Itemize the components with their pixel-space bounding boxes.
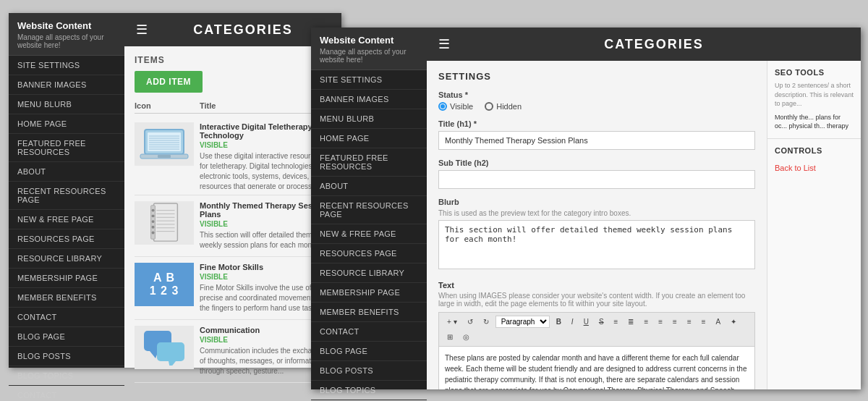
editor-strike-btn[interactable]: S <box>595 316 608 328</box>
sidebar-item-library[interactable]: RESOURCE LIBRARY <box>9 249 124 269</box>
row-icon-abc: A B 1 2 3 <box>135 263 194 306</box>
seo-section: SEO TOOLS Up to 2 sentences/ a short des… <box>767 61 861 139</box>
editor-underline-btn[interactable]: U <box>580 316 592 328</box>
title-group: Title (h1) * <box>438 119 755 150</box>
sidebar-item-site-settings[interactable]: SITE SETTINGS <box>9 56 124 75</box>
hamburger-icon[interactable]: ☰ <box>136 22 148 38</box>
table-row[interactable]: Interactive Digital Teletherapy Technolo… <box>135 117 331 195</box>
sidebar-item-resources[interactable]: RESOURCES PAGE <box>9 229 124 249</box>
p2-sidebar-new-free[interactable]: NEW & FREE PAGE <box>311 224 427 244</box>
radio-hidden[interactable]: Hidden <box>485 102 522 111</box>
p2-sidebar-membership[interactable]: MEMBERSHIP PAGE <box>311 283 427 303</box>
sidebar-item-blog-topics[interactable]: BLOG TOPICS <box>9 366 124 386</box>
svg-marker-28 <box>169 361 176 366</box>
editor-format-select[interactable]: Paragraph Heading 1 Heading 2 <box>495 316 550 328</box>
blurb-group: Blurb This is used as the preview text f… <box>438 198 755 272</box>
editor-link-btn[interactable]: ◎ <box>459 331 473 343</box>
add-item-button[interactable]: ADD ITEM <box>135 71 203 93</box>
text-hint: When using IMAGES please consider your w… <box>438 292 755 308</box>
p2-sidebar-blog-topics[interactable]: BLOG TOPICS <box>311 381 427 400</box>
back-to-list-button[interactable]: Back to List <box>775 164 816 172</box>
svg-point-24 <box>152 232 155 235</box>
p2-sidebar-banner-images[interactable]: BANNER IMAGES <box>311 90 427 109</box>
p2-sidebar-member-benefits[interactable]: MEMBER BENEFITS <box>311 303 427 322</box>
radio-dot-visible <box>438 102 447 111</box>
radio-visible-label: Visible <box>450 102 473 111</box>
sidebar-item-membership[interactable]: MEMBERSHIP PAGE <box>9 269 124 288</box>
radio-group: Visible Hidden <box>438 102 755 111</box>
sidebar-item-contact[interactable]: CONTACT <box>9 308 124 327</box>
sidebar-item-member-benefits[interactable]: MEMBER BENEFITS <box>9 288 124 308</box>
p2-sidebar-library[interactable]: RESOURCE LIBRARY <box>311 263 427 283</box>
editor-special-btn[interactable]: ✦ <box>727 316 740 328</box>
table-row[interactable]: A B 1 2 3 Fine Motor Skills VISIBLE Fine… <box>135 257 331 320</box>
col-header-icon: Icon <box>135 101 200 110</box>
p2-sidebar-resources[interactable]: RESOURCES PAGE <box>311 244 427 263</box>
sidebar-item-new-free[interactable]: NEW & FREE PAGE <box>9 210 124 229</box>
svg-point-20 <box>152 209 155 212</box>
sidebar-item-home-page[interactable]: HOME PAGE <box>9 114 124 134</box>
panel1-main: ☰ CATEGORIES ITEMS ADD ITEM Icon Title <box>124 13 341 368</box>
editor-add-btn[interactable]: + ▾ <box>443 316 461 328</box>
svg-rect-10 <box>158 155 171 158</box>
sidebar-item-menu-blurb[interactable]: MENU BLURB <box>9 95 124 114</box>
panel-category-edit: Website Content Manage all aspects of yo… <box>311 28 861 389</box>
svg-rect-1 <box>148 132 181 151</box>
editor-italic-btn[interactable]: I <box>568 316 577 328</box>
svg-point-23 <box>152 226 155 229</box>
table-row[interactable]: Communication VISIBLE Communication incl… <box>135 320 331 383</box>
sidebar-item-blog-page[interactable]: BLOG PAGE <box>9 327 124 347</box>
blurb-textarea[interactable]: This section will offer detailed themed … <box>438 220 755 269</box>
table-row[interactable]: Monthly Themed Therapy Session Plans VIS… <box>135 195 331 257</box>
p2-sidebar-home-page[interactable]: HOME PAGE <box>311 129 427 148</box>
panel2-app-title: Website Content <box>320 35 418 46</box>
sidebar-item-featured[interactable]: FEATURED FREE RESOURCES <box>9 134 124 162</box>
subtitle-input[interactable] <box>438 170 755 189</box>
sidebar-item-banner-images[interactable]: BANNER IMAGES <box>9 75 124 95</box>
panel2-sidebar: Website Content Manage all aspects of yo… <box>311 28 427 389</box>
p2-sidebar-contact[interactable]: CONTACT <box>311 322 427 342</box>
items-section: ITEMS ADD ITEM Icon Title <box>124 46 341 392</box>
text-group: Text When using IMAGES please consider y… <box>438 281 755 389</box>
sidebar-item-contact2[interactable]: CONTACT <box>9 386 124 401</box>
sidebar-item-blog-posts[interactable]: BLOG POSTS <box>9 347 124 366</box>
editor-outdent-btn[interactable]: ≡ <box>698 316 710 328</box>
editor-align-left-btn[interactable]: ≡ <box>610 316 622 328</box>
panel2-center: SETTINGS Status * Visible Hidden <box>427 61 767 389</box>
editor-bold-btn[interactable]: B <box>553 316 565 328</box>
svg-rect-11 <box>154 203 178 241</box>
svg-rect-27 <box>157 342 184 361</box>
editor-redo-btn[interactable]: ↻ <box>480 316 493 328</box>
status-group: Status * Visible Hidden <box>438 90 755 111</box>
table-header: Icon Title <box>135 101 331 114</box>
editor-font-color-btn[interactable]: A <box>712 316 725 328</box>
p2-sidebar-site-settings[interactable]: SITE SETTINGS <box>311 70 427 90</box>
editor-ul-btn[interactable]: ≡ <box>669 316 681 328</box>
panel-categories-list: Website Content Manage all aspects of yo… <box>9 13 341 368</box>
editor-align-center-btn[interactable]: ≣ <box>624 316 637 328</box>
controls-section: CONTROLS Back to List <box>767 139 861 389</box>
p2-sidebar-blog-page[interactable]: BLOG PAGE <box>311 342 427 361</box>
editor-align-right-btn[interactable]: ≡ <box>640 316 652 328</box>
subtitle-label: Sub Title (h2) <box>438 159 755 167</box>
editor-ol-btn[interactable]: ≡ <box>655 316 666 328</box>
panel1-topbar-title: CATEGORIES <box>156 22 330 38</box>
p2-sidebar-about[interactable]: ABOUT <box>311 177 427 196</box>
p2-sidebar-featured[interactable]: FEATURED FREE RESOURCES <box>311 148 427 177</box>
p2-sidebar-recent[interactable]: RECENT RESOURCES PAGE <box>311 196 427 224</box>
subtitle-group: Sub Title (h2) <box>438 159 755 189</box>
panel2-hamburger-icon[interactable]: ☰ <box>438 36 450 52</box>
sidebar-item-recent[interactable]: RECENT RESOURCES PAGE <box>9 182 124 210</box>
editor-indent-btn[interactable]: ≡ <box>684 316 695 328</box>
row-icon-notebook <box>135 201 194 245</box>
title-input[interactable] <box>438 131 755 150</box>
p2-sidebar-blog-posts[interactable]: BLOG POSTS <box>311 361 427 381</box>
editor-undo-btn[interactable]: ↺ <box>464 316 477 328</box>
text-label: Text <box>438 281 755 290</box>
p2-sidebar-menu-blurb[interactable]: MENU BLURB <box>311 109 427 129</box>
sidebar-item-about[interactable]: ABOUT <box>9 162 124 182</box>
editor-table-btn[interactable]: ⊞ <box>443 331 456 343</box>
panel2-app-subtitle: Manage all aspects of your website here! <box>320 48 418 64</box>
editor-area[interactable]: These plans are posted by calendar month… <box>438 346 755 389</box>
radio-visible[interactable]: Visible <box>438 102 473 111</box>
